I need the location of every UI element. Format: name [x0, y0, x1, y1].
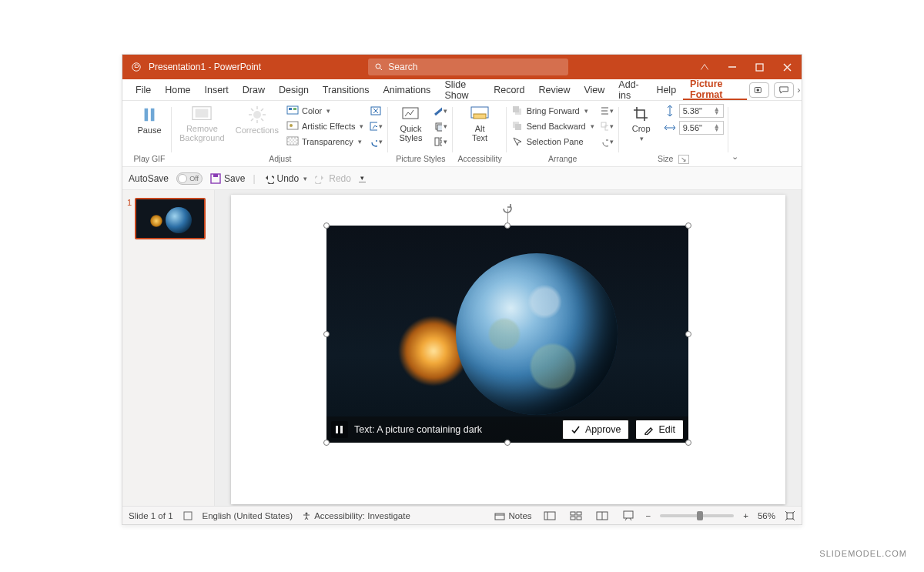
crop-button[interactable]: Crop▾	[624, 104, 659, 144]
camera-button[interactable]	[749, 82, 769, 98]
slide-canvas[interactable]: Text: A picture containing dark Approve …	[215, 190, 802, 506]
selected-picture[interactable]: Text: A picture containing dark Approve …	[326, 226, 688, 443]
undo-button[interactable]: Undo▾	[263, 173, 308, 184]
color-button[interactable]: Color▾	[286, 104, 363, 118]
resize-handle[interactable]	[323, 222, 330, 229]
artistic-effects-button[interactable]: Artistic Effects▾	[286, 119, 363, 133]
more-tabs-chevron[interactable]: ›	[796, 79, 802, 101]
corrections-button[interactable]: Corrections	[233, 104, 282, 136]
quick-styles-button[interactable]: Quick Styles	[393, 104, 428, 144]
autosave-toggle[interactable]: Off	[176, 172, 203, 185]
selection-pane-button[interactable]: Selection Pane	[511, 135, 594, 149]
align-icon	[600, 105, 608, 116]
height-icon	[664, 105, 676, 117]
tab-picture-format[interactable]: Picture Format	[683, 79, 747, 100]
align-button[interactable]: ▾	[599, 104, 614, 118]
svg-point-55	[306, 512, 308, 514]
zoom-slider[interactable]	[660, 514, 734, 517]
maximize-button[interactable]	[746, 55, 774, 79]
tab-review[interactable]: Review	[531, 79, 577, 100]
pause-button[interactable]: Pause	[132, 104, 167, 136]
qat-customize[interactable]: ▾	[359, 174, 366, 182]
tab-design[interactable]: Design	[272, 79, 316, 100]
group-arrange: Bring Forward▾ Send Backward▾ Selection …	[507, 102, 619, 166]
reading-view-button[interactable]	[594, 509, 611, 523]
tab-insert[interactable]: Insert	[198, 79, 236, 100]
svg-rect-51	[213, 174, 218, 177]
spellcheck-icon[interactable]	[182, 510, 193, 521]
edit-button[interactable]: Edit	[635, 420, 684, 440]
resize-handle[interactable]	[685, 331, 691, 337]
svg-rect-60	[571, 512, 575, 515]
search-placeholder: Search	[388, 62, 417, 72]
zoom-out-button[interactable]: −	[646, 511, 651, 520]
fit-to-window-button[interactable]	[785, 510, 795, 521]
group-picture-styles: Quick Styles ▾ ▾ ▾ Picture Styles	[388, 102, 453, 166]
height-input[interactable]: 5.38"▲▼	[679, 104, 724, 118]
search-box[interactable]: Search	[368, 59, 568, 75]
alt-text-button[interactable]: Alt Text	[462, 104, 497, 144]
accessibility-status[interactable]: Accessibility: Investigate	[302, 511, 410, 520]
zoom-in-button[interactable]: +	[743, 511, 748, 520]
resize-handle[interactable]	[323, 331, 330, 337]
tab-slideshow[interactable]: Slide Show	[437, 79, 487, 100]
tab-animations[interactable]: Animations	[377, 79, 438, 100]
approve-button[interactable]: Approve	[562, 420, 630, 440]
reset-picture-button[interactable]: ▾	[368, 135, 383, 149]
alt-text-icon	[470, 105, 490, 122]
resize-handle[interactable]	[685, 222, 691, 229]
redo-button[interactable]: Redo	[315, 173, 351, 184]
resize-handle[interactable]	[504, 222, 511, 229]
transparency-button[interactable]: Transparency▾	[286, 135, 363, 149]
tab-help[interactable]: Help	[649, 79, 683, 100]
minimize-button[interactable]	[718, 55, 746, 79]
language-status[interactable]: English (United States)	[203, 511, 293, 520]
slide-thumbnail-1[interactable]	[135, 198, 206, 239]
resize-handle[interactable]	[685, 440, 691, 446]
zoom-percent[interactable]: 56%	[758, 511, 775, 520]
notes-icon	[494, 511, 505, 520]
svg-rect-53	[340, 426, 343, 433]
send-backward-button[interactable]: Send Backward▾	[511, 119, 594, 133]
group-label: Arrange	[548, 152, 577, 165]
tab-home[interactable]: Home	[158, 79, 197, 100]
width-input[interactable]: 9.56"▲▼	[679, 121, 724, 135]
overlay-pause-button[interactable]	[331, 421, 348, 438]
tab-view[interactable]: View	[577, 79, 611, 100]
ribbon-display-options[interactable]	[691, 55, 718, 79]
picture-layout-button[interactable]: ▾	[433, 135, 448, 149]
group-button[interactable]: ▾	[599, 119, 614, 133]
tab-transitions[interactable]: Transitions	[316, 79, 377, 100]
tab-file[interactable]: File	[129, 79, 158, 100]
collapse-ribbon-button[interactable]: ⌄	[728, 102, 742, 166]
bring-forward-button[interactable]: Bring Forward▾	[511, 104, 594, 118]
rotate-button[interactable]: ▾	[599, 135, 614, 149]
slideshow-view-button[interactable]	[620, 509, 637, 523]
close-button[interactable]	[774, 55, 802, 79]
svg-rect-10	[151, 109, 155, 122]
resize-handle[interactable]	[323, 440, 330, 446]
title-bar: Presentation1 - PowerPoint Search	[122, 55, 802, 79]
undo-icon	[263, 173, 274, 184]
normal-view-button[interactable]	[541, 509, 558, 523]
group-label: Accessibility	[457, 152, 501, 165]
comments-button[interactable]	[774, 82, 794, 98]
svg-rect-42	[513, 106, 519, 112]
slide-thumbnail-panel: 1	[122, 190, 215, 506]
tab-record[interactable]: Record	[487, 79, 531, 100]
resize-handle[interactable]	[504, 440, 511, 446]
picture-effects-button[interactable]: ▾	[433, 119, 448, 133]
remove-background-button[interactable]: Remove Background	[176, 104, 228, 144]
document-title: Presentation1 - PowerPoint	[149, 62, 261, 72]
compress-pictures-button[interactable]	[368, 104, 383, 118]
slide-sorter-view-button[interactable]	[567, 509, 584, 523]
change-picture-button[interactable]: ▾	[368, 119, 383, 133]
notes-button[interactable]: Notes	[494, 511, 531, 520]
group-label: Picture Styles	[396, 152, 445, 165]
picture-border-button[interactable]: ▾	[433, 104, 448, 118]
tab-draw[interactable]: Draw	[236, 79, 272, 100]
tab-addins[interactable]: Add-ins	[611, 79, 649, 100]
rotate-handle[interactable]	[501, 202, 514, 215]
save-button[interactable]: Save	[210, 173, 245, 184]
thumbnail-number: 1	[127, 198, 132, 239]
